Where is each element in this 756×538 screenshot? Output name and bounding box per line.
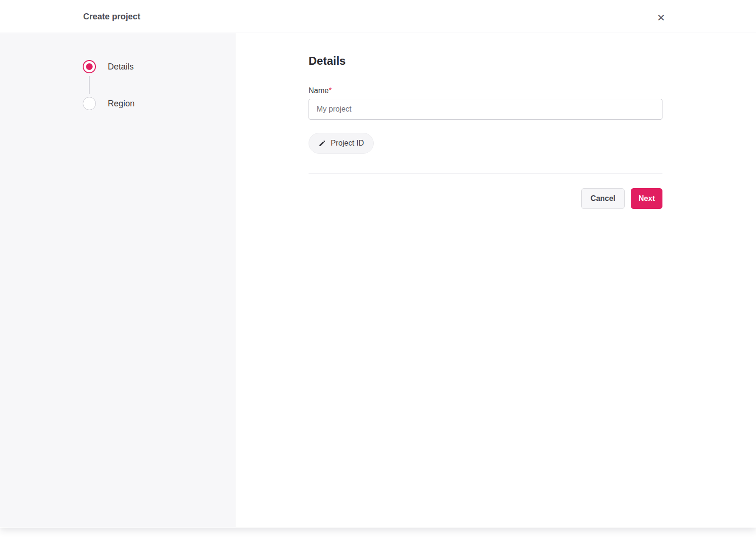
step-heading: Details [309, 54, 662, 68]
close-icon: ✕ [657, 12, 665, 23]
step-connector-line [89, 76, 90, 94]
next-button[interactable]: Next [631, 188, 662, 209]
cancel-button[interactable]: Cancel [581, 188, 625, 209]
form-divider [309, 173, 662, 174]
footer-actions: Cancel Next [309, 188, 662, 209]
step-content-panel: Details Name* Project ID Cancel [236, 33, 756, 527]
project-id-button[interactable]: Project ID [309, 133, 374, 154]
step-label: Region [108, 99, 135, 109]
modal-header: Create project ✕ [0, 0, 756, 33]
create-project-modal: Create project ✕ Details Region Details … [0, 0, 756, 528]
name-field-label: Name* [309, 87, 662, 95]
name-label-text: Name [309, 87, 329, 95]
close-button[interactable]: ✕ [653, 10, 669, 26]
step-inactive-radio-icon [83, 97, 96, 110]
pencil-icon [318, 139, 326, 147]
wizard-stepper-sidebar: Details Region [0, 33, 236, 527]
project-name-input[interactable] [309, 99, 662, 120]
required-asterisk: * [329, 87, 332, 95]
modal-body: Details Region Details Name* [0, 33, 756, 527]
step-active-radio-icon [83, 60, 96, 73]
modal-title: Create project [83, 0, 140, 33]
stepper-step-details[interactable]: Details [83, 60, 236, 73]
stepper-step-region[interactable]: Region [83, 97, 236, 110]
step-label: Details [108, 62, 134, 72]
project-id-button-label: Project ID [331, 139, 364, 148]
